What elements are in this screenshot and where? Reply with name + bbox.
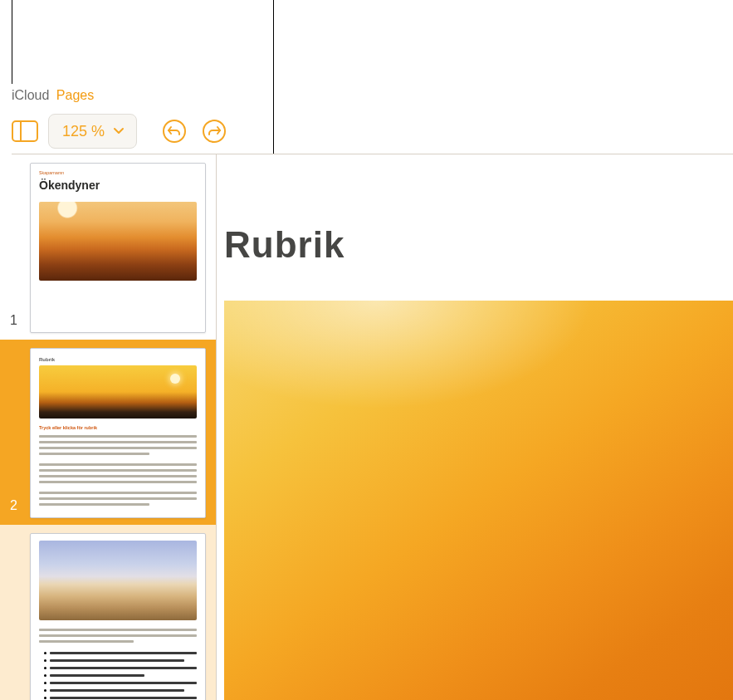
sidebar-icon — [12, 120, 38, 142]
chevron-down-icon — [113, 127, 125, 135]
thumbnail-3-page — [30, 533, 206, 700]
zoom-dropdown[interactable]: 125 % — [48, 114, 137, 149]
page-heading[interactable]: Rubrik — [224, 224, 345, 266]
breadcrumb-app: Pages — [56, 88, 94, 102]
thumbnail-1-page: Skaparnamn Ökendyner — [30, 163, 206, 333]
redo-icon — [202, 119, 227, 144]
thumbnail-1-number: 1 — [10, 313, 30, 333]
undo-button[interactable] — [162, 119, 187, 144]
sun-icon — [170, 374, 180, 384]
thumbnail-2-image — [39, 365, 197, 419]
thumbnail-1-image — [39, 202, 197, 281]
thumbnail-2-subheading: Tryck eller klicka för rubrik — [39, 425, 197, 430]
thumbnail-1-title: Ökendyner — [39, 179, 197, 192]
hero-image[interactable] — [224, 301, 733, 700]
sidebar-toggle-button[interactable] — [12, 120, 38, 142]
thumbnail-3[interactable]: 3 — [0, 525, 216, 700]
thumbnail-2-page: Rubrik Tryck eller klicka för rubrik — [30, 348, 206, 518]
thumbnail-1[interactable]: 1 Skaparnamn Ökendyner — [0, 154, 216, 340]
undo-redo-group — [162, 119, 227, 144]
svg-rect-0 — [12, 121, 37, 141]
thumbnail-2[interactable]: 2 Rubrik Tryck eller klicka för rubrik — [0, 340, 216, 525]
thumbnail-sidebar: 1 Skaparnamn Ökendyner 2 Rubrik Tryck el… — [0, 154, 217, 700]
undo-icon — [162, 119, 187, 144]
thumbnail-3-image — [39, 541, 197, 620]
breadcrumb: iCloud Pages — [12, 88, 94, 103]
breadcrumb-root[interactable]: iCloud — [12, 88, 49, 102]
thumbnail-2-number: 2 — [10, 498, 30, 518]
zoom-value: 125 % — [62, 123, 105, 140]
thumbnail-2-heading: Rubrik — [39, 357, 197, 362]
document-canvas[interactable]: Rubrik — [217, 154, 733, 700]
thumbnail-1-author: Skaparnamn — [39, 170, 197, 175]
redo-button[interactable] — [202, 119, 227, 144]
toolbar: 125 % — [12, 109, 733, 154]
callout-line-1 — [12, 0, 12, 84]
